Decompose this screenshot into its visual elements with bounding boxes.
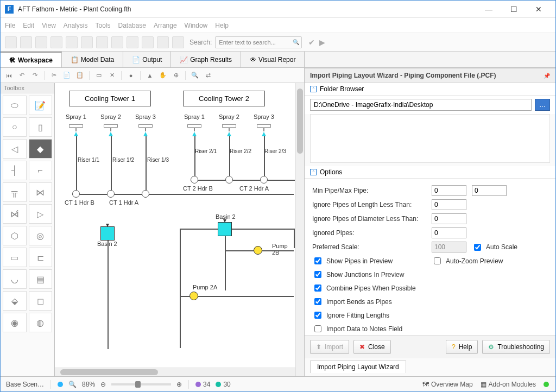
tool-assigned-flow-icon[interactable]: ◁: [3, 139, 27, 159]
options-header[interactable]: ⌃ Options: [305, 166, 555, 179]
min-pipe-input[interactable]: [432, 185, 466, 196]
tab-visual-report[interactable]: 👁Visual Repor: [241, 52, 305, 67]
basin-2a[interactable]: [100, 226, 115, 241]
find-icon[interactable]: 🔍: [190, 71, 200, 80]
node-ct2-2[interactable]: [225, 176, 233, 184]
toolbar-btn-8[interactable]: [111, 36, 123, 48]
close-dialog-button[interactable]: ✖Close: [353, 340, 391, 354]
browse-button[interactable]: …: [535, 99, 550, 111]
wizard-tab[interactable]: Import Piping Layout Wizard: [310, 361, 406, 373]
tool-screen-icon[interactable]: ▤: [29, 269, 53, 289]
spray-head-5[interactable]: [222, 124, 236, 128]
menu-analysis[interactable]: Analysis: [64, 22, 88, 29]
toolbar-btn-1[interactable]: [5, 36, 17, 48]
zoom-slider[interactable]: [111, 383, 171, 385]
tool-notes-icon[interactable]: 📝: [29, 96, 53, 115]
select-tool-icon[interactable]: ▭: [94, 71, 104, 80]
cut-icon[interactable]: ✂: [49, 71, 59, 80]
show-pipes-checkbox[interactable]: [314, 257, 321, 264]
tab-model-data[interactable]: 📋Model Data: [62, 52, 123, 67]
max-pipe-input[interactable]: [472, 185, 507, 196]
node-ct1-3[interactable]: [142, 190, 149, 198]
tool-control-valve-icon[interactable]: ⋈́: [3, 204, 27, 224]
redo-icon[interactable]: ↷: [30, 71, 40, 80]
troubleshooting-button[interactable]: ⚙Troubleshooting: [482, 340, 550, 354]
menu-database[interactable]: Database: [118, 22, 146, 29]
close-button[interactable]: ✕: [526, 1, 551, 17]
tool-spray-icon[interactable]: ⬙: [3, 291, 27, 311]
tool-area-change-icon[interactable]: ⊏: [29, 248, 53, 267]
toolbar-btn-4[interactable]: [50, 36, 62, 48]
base-scenario-label[interactable]: Base Scen…: [6, 381, 44, 388]
spray-head-4[interactable]: [187, 124, 201, 128]
folder-browser-header[interactable]: ⌃ Folder Browser: [305, 83, 555, 96]
toolbar-btn-9[interactable]: [127, 36, 138, 48]
ignore-fitting-checkbox[interactable]: [314, 312, 321, 319]
menu-edit[interactable]: Edit: [23, 22, 34, 29]
spray-head-6[interactable]: [257, 124, 271, 128]
pan-icon[interactable]: ✋: [158, 71, 168, 80]
canvas-scrollbar-h[interactable]: [55, 368, 295, 376]
tool-general-icon[interactable]: ◻: [29, 291, 53, 311]
tool-relief-icon[interactable]: ⬡: [3, 226, 27, 245]
tool-pipe-icon[interactable]: ⬭: [3, 96, 27, 115]
canvas-scrollbar-v[interactable]: [295, 83, 304, 376]
auto-scale-checkbox[interactable]: [474, 244, 481, 251]
toolbar-btn-11[interactable]: [157, 36, 169, 48]
auto-zoom-checkbox[interactable]: [434, 257, 441, 264]
copy-icon[interactable]: 📄: [62, 71, 72, 80]
import-notes-checkbox[interactable]: [314, 325, 321, 332]
tool-turbine-icon[interactable]: ◉: [3, 313, 27, 332]
tool-tee-icon[interactable]: ╦: [3, 182, 27, 202]
maximize-button[interactable]: ☐: [501, 1, 526, 17]
zoom-out-button[interactable]: ⊖: [100, 381, 106, 388]
pump-2b[interactable]: [254, 246, 262, 255]
tool-valve-icon[interactable]: ⋈: [29, 182, 53, 202]
combine-pipes-checkbox[interactable]: [314, 284, 321, 292]
ignore-diameter-input[interactable]: [432, 213, 466, 224]
tab-output[interactable]: 📄Output: [123, 52, 171, 67]
folder-path-input[interactable]: D:\OneDrive - ImageGrafix-India\Desktop: [310, 99, 532, 111]
tool-tank-icon[interactable]: ▯: [29, 117, 53, 137]
node-ct1-2[interactable]: [107, 190, 115, 198]
tab-workspace[interactable]: 🛠Workspace: [1, 52, 62, 67]
node-ct2-3[interactable]: [260, 176, 268, 184]
show-junctions-checkbox[interactable]: [314, 271, 321, 278]
menu-help[interactable]: Help: [215, 22, 229, 29]
menu-window[interactable]: Window: [185, 22, 208, 29]
search-input[interactable]: Enter text to search...: [215, 36, 302, 48]
tool-elbow-icon[interactable]: ⌐: [29, 161, 53, 180]
menu-view[interactable]: View: [42, 22, 56, 29]
spray-head-1[interactable]: [69, 124, 83, 128]
toolbar-btn-2[interactable]: [20, 36, 32, 48]
tool-branch-icon[interactable]: ┤: [3, 161, 27, 180]
menu-file[interactable]: File: [5, 22, 15, 29]
tool-bend-icon[interactable]: ◡: [3, 269, 27, 289]
toolbar-btn-10[interactable]: [142, 36, 154, 48]
tool-check-valve-icon[interactable]: ▷: [29, 204, 53, 224]
chevron-up-icon[interactable]: ⌃: [310, 86, 317, 92]
node-ct1-1[interactable]: [72, 190, 80, 198]
basin-2b[interactable]: [218, 222, 232, 236]
file-list-area[interactable]: [310, 114, 550, 163]
accept-icon[interactable]: ✔: [308, 38, 315, 47]
node-ct2-1[interactable]: [191, 176, 198, 184]
addon-modules-button[interactable]: ▦ Add-on Modules: [481, 381, 536, 388]
zoom-in-button[interactable]: ⊕: [176, 381, 182, 388]
spray-head-2[interactable]: [104, 124, 118, 128]
tool-reservoir-icon[interactable]: ○: [3, 117, 27, 137]
nav-first-icon[interactable]: ⏮: [4, 71, 14, 80]
import-bends-checkbox[interactable]: [314, 298, 321, 305]
undo-icon[interactable]: ↶: [17, 71, 27, 80]
pointer-icon[interactable]: ▲: [145, 71, 155, 80]
tool-orifice-icon[interactable]: ◎: [29, 226, 53, 245]
toolbar-btn-3[interactable]: [35, 36, 47, 48]
tool-heat-ex-icon[interactable]: ▭: [3, 248, 27, 267]
minimize-button[interactable]: —: [476, 1, 501, 17]
run-icon[interactable]: ▶: [319, 38, 325, 47]
swap-icon[interactable]: ⇄: [203, 71, 213, 80]
diagram-canvas[interactable]: Cooling Tower 1 Cooling Tower 2 Spray 1 …: [55, 83, 295, 368]
ignored-pipes-input[interactable]: [432, 227, 466, 238]
chevron-up-icon-2[interactable]: ⌃: [310, 169, 317, 175]
canvas-area[interactable]: Cooling Tower 1 Cooling Tower 2 Spray 1 …: [55, 83, 304, 376]
